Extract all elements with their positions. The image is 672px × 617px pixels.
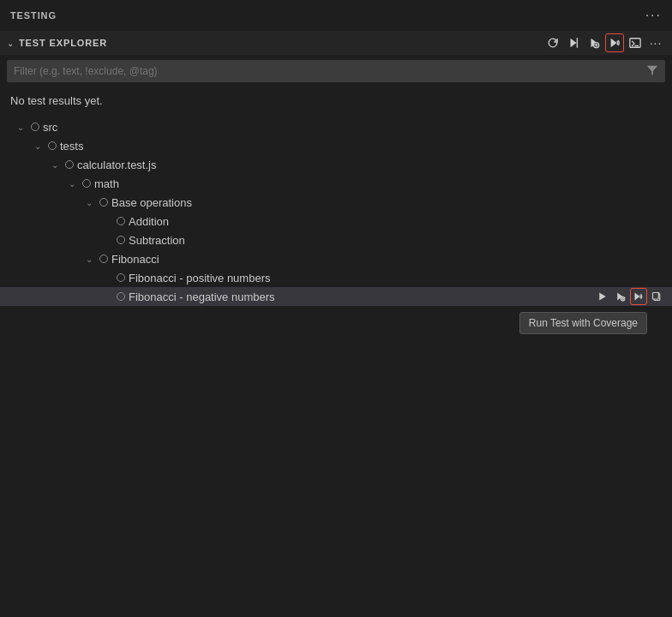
status-fib-negative	[117, 292, 125, 301]
status-addition	[117, 217, 125, 225]
run-all-icon	[567, 37, 579, 49]
test-tree: ⌄ src ⌄ tests ⌄ calculator.t	[0, 114, 672, 617]
coverage-tooltip: Run Test with Coverage	[519, 312, 647, 334]
row-debug-icon	[615, 291, 626, 302]
svg-marker-0	[571, 39, 577, 48]
label-math: math	[94, 177, 119, 190]
section-actions: ···	[543, 33, 665, 52]
row-run-icon	[597, 291, 608, 302]
row-actions-fib-negative: Run Test with Coverage	[594, 288, 665, 305]
tree-item-tests[interactable]: ⌄ tests	[0, 136, 672, 155]
status-subtraction	[117, 236, 125, 244]
tree-item-fib-positive[interactable]: ⌄ Fibonacci - positive numbers	[0, 268, 672, 287]
chevron-tests: ⌄	[34, 141, 45, 151]
more-actions-button[interactable]: ···	[646, 33, 665, 52]
label-fibonacci: Fibonacci	[111, 253, 159, 266]
label-fib-positive: Fibonacci - positive numbers	[129, 272, 270, 285]
row-coverage-icon	[633, 291, 644, 302]
tree-item-subtraction[interactable]: ⌄ Subtraction	[0, 231, 672, 249]
panel-more-button[interactable]: ···	[645, 8, 662, 23]
svg-marker-9	[647, 65, 657, 75]
row-coverage-button[interactable]	[630, 288, 647, 305]
row-debug-button[interactable]	[612, 288, 629, 305]
status-src	[31, 123, 39, 131]
run-coverage-button[interactable]	[605, 33, 624, 52]
debug-all-button[interactable]	[585, 33, 603, 52]
row-copy-icon	[651, 291, 662, 302]
tree-item-fib-negative[interactable]: ⌄ Fibonacci - negative numbers	[0, 287, 672, 306]
svg-marker-10	[599, 293, 606, 301]
status-fib-positive	[117, 273, 125, 282]
debug-icon	[588, 37, 600, 49]
panel-title: TESTING	[10, 10, 57, 21]
tree-item-base-ops[interactable]: ⌄ Base operations	[0, 193, 672, 212]
label-fib-negative: Fibonacci - negative numbers	[129, 291, 275, 303]
filter-input[interactable]	[14, 65, 646, 77]
tree-item-math[interactable]: ⌄ math	[0, 174, 672, 193]
coverage-icon	[609, 37, 621, 49]
svg-rect-17	[653, 293, 659, 300]
section-chevron[interactable]: ⌄	[7, 39, 14, 48]
refresh-button[interactable]	[543, 33, 562, 52]
status-text: No test results yet.	[0, 87, 672, 114]
tree-item-addition[interactable]: ⌄ Addition	[0, 212, 672, 231]
row-coverage-container: Run Test with Coverage	[630, 288, 647, 305]
label-base-ops: Base operations	[111, 196, 192, 209]
chevron-math: ⌄	[69, 179, 79, 189]
tree-item-calculator[interactable]: ⌄ calculator.test.js	[0, 155, 672, 174]
chevron-calculator: ⌄	[51, 160, 62, 170]
filter-bar	[7, 60, 665, 82]
status-tests	[48, 141, 57, 150]
status-math	[82, 179, 91, 188]
status-fibonacci	[99, 255, 108, 263]
terminal-button[interactable]	[626, 33, 645, 52]
chevron-base-ops: ⌄	[86, 198, 96, 207]
svg-marker-15	[635, 293, 640, 301]
label-tests: tests	[60, 140, 83, 153]
row-copy-button[interactable]	[648, 288, 665, 305]
chevron-fibonacci: ⌄	[86, 255, 96, 264]
run-all-button[interactable]	[564, 33, 583, 52]
tree-item-src[interactable]: ⌄ src	[0, 117, 672, 136]
more-dots: ···	[650, 36, 663, 50]
refresh-icon	[547, 37, 559, 49]
label-src: src	[43, 121, 57, 134]
top-bar: TESTING ···	[0, 0, 672, 31]
label-addition: Addition	[129, 215, 169, 228]
label-subtraction: Subtraction	[129, 234, 185, 247]
status-calculator	[65, 160, 74, 169]
section-title: TEST EXPLORER	[19, 38, 107, 48]
testing-panel: TESTING ··· ⌄ TEST EXPLORER	[0, 0, 672, 617]
filter-icon	[646, 64, 658, 79]
svg-marker-6	[611, 39, 617, 48]
terminal-icon	[629, 37, 641, 49]
tree-item-fibonacci[interactable]: ⌄ Fibonacci	[0, 249, 672, 268]
label-calculator: calculator.test.js	[77, 159, 157, 171]
status-base-ops	[99, 198, 108, 207]
row-run-button[interactable]	[594, 288, 611, 305]
chevron-src: ⌄	[17, 123, 27, 132]
section-header: ⌄ TEST EXPLORER	[0, 31, 672, 55]
